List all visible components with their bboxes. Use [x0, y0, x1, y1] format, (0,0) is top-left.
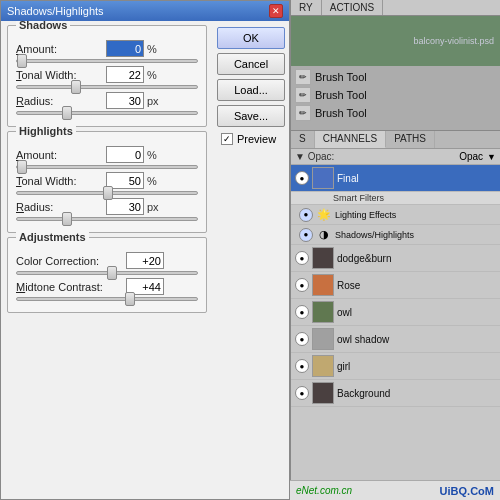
layer-name-owlshadow: owl shadow — [337, 334, 496, 345]
thumb-girl — [312, 355, 334, 377]
cancel-button[interactable]: Cancel — [217, 53, 285, 75]
shadows-amount-slider-row — [16, 59, 198, 63]
eye-dodgeburn[interactable]: ● — [295, 251, 309, 265]
shadows-highlights-dialog: Shadows/Highlights ✕ Shadows Amount: % — [0, 0, 290, 500]
brush-label-2: Brush Tool — [315, 89, 367, 101]
highlights-amount-slider[interactable] — [16, 165, 198, 169]
highlights-label: Highlights — [16, 125, 76, 137]
filter-name-shadows: Shadows/Highlights — [335, 230, 414, 240]
highlights-radius-row: Radius: px — [16, 198, 198, 215]
highlights-radius-input[interactable] — [106, 198, 144, 215]
layers-tabs: S CHANNELS PATHS — [291, 131, 500, 149]
eye-rose[interactable]: ● — [295, 278, 309, 292]
brush-icon-3: ✏ — [295, 105, 311, 121]
tools-panel: RY ACTIONS balcony-violinist.psd ✏ Brush… — [290, 0, 500, 130]
save-button[interactable]: Save... — [217, 105, 285, 127]
shadows-radius-input[interactable] — [106, 92, 144, 109]
dialog-title: Shadows/Highlights — [7, 5, 104, 17]
filter-lighting[interactable]: ● 🌟 Lighting Effects — [291, 205, 500, 225]
shadows-tonal-thumb[interactable] — [71, 80, 81, 94]
preview-row: ✓ Preview — [217, 131, 285, 147]
file-thumbnail: balcony-violinist.psd — [291, 16, 500, 66]
layer-dodgeburn[interactable]: ● dodge&burn — [291, 245, 500, 272]
highlights-tonal-slider-row — [16, 191, 198, 195]
eye-girl[interactable]: ● — [295, 359, 309, 373]
eye-shadows[interactable]: ● — [299, 228, 313, 242]
preview-label: Preview — [237, 133, 276, 145]
color-correction-label: Color Correction: — [16, 255, 126, 267]
layer-owl[interactable]: ● owl — [291, 299, 500, 326]
highlights-amount-slider-row — [16, 165, 198, 169]
shadows-radius-unit: px — [147, 95, 163, 107]
highlights-radius-slider-row — [16, 217, 198, 221]
eye-owlshadow[interactable]: ● — [295, 332, 309, 346]
brush-tool-3[interactable]: ✏ Brush Tool — [291, 104, 500, 122]
shadows-tonal-input[interactable] — [106, 66, 144, 83]
watermark-left: eNet.com.cn — [296, 485, 352, 496]
eye-lighting[interactable]: ● — [299, 208, 313, 222]
filter-shadows-highlights[interactable]: ● ◑ Shadows/Highlights — [291, 225, 500, 245]
tab-channels[interactable]: CHANNELS — [315, 131, 386, 148]
shadows-radius-label: Radius: — [16, 95, 106, 107]
shadows-amount-unit: % — [147, 43, 163, 55]
brush-tool-2[interactable]: ✏ Brush Tool — [291, 86, 500, 104]
shadows-tonal-slider[interactable] — [16, 85, 198, 89]
ok-button[interactable]: OK — [217, 27, 285, 49]
layer-name-rose: Rose — [337, 280, 496, 291]
dialog-buttons: OK Cancel Load... Save... ✓ Preview — [213, 21, 289, 499]
eye-background[interactable]: ● — [295, 386, 309, 400]
shadows-radius-slider[interactable] — [16, 111, 198, 115]
layer-final[interactable]: ● Final — [291, 165, 500, 192]
layer-name-girl: girl — [337, 361, 496, 372]
brush-tool-1[interactable]: ✏ Brush Tool — [291, 68, 500, 86]
smart-filters-label: Smart Filters — [291, 192, 500, 205]
shadows-tonal-row: Tonal Width: % — [16, 66, 198, 83]
shadows-amount-input[interactable] — [106, 40, 144, 57]
thumb-final — [312, 167, 334, 189]
layer-name-final: Final — [337, 173, 496, 184]
layer-owl-shadow[interactable]: ● owl shadow — [291, 326, 500, 353]
adjustments-section: Adjustments Color Correction: Midtone Co… — [7, 237, 207, 313]
shadows-amount-slider[interactable] — [16, 59, 198, 63]
shadows-radius-slider-row — [16, 111, 198, 115]
color-correction-slider[interactable] — [16, 271, 198, 275]
thumb-owl — [312, 301, 334, 323]
midtone-contrast-thumb[interactable] — [125, 292, 135, 306]
shadows-radius-thumb[interactable] — [62, 106, 72, 120]
eye-final[interactable]: ● — [295, 171, 309, 185]
dialog-sections: Shadows Amount: % Tonal Width: — [1, 21, 213, 499]
opacity-dropdown-arrow[interactable]: ▼ — [487, 152, 496, 162]
opacity-label: ▼ Opac: — [295, 151, 334, 162]
tab-paths[interactable]: PATHS — [386, 131, 435, 148]
close-button[interactable]: ✕ — [269, 4, 283, 18]
highlights-amount-input[interactable] — [106, 146, 144, 163]
layer-rose[interactable]: ● Rose — [291, 272, 500, 299]
layer-background[interactable]: ● Background — [291, 380, 500, 407]
highlights-tonal-slider[interactable] — [16, 191, 198, 195]
highlights-radius-thumb[interactable] — [62, 212, 72, 226]
color-correction-slider-row — [16, 271, 198, 275]
highlights-amount-thumb[interactable] — [17, 160, 27, 174]
highlights-radius-slider[interactable] — [16, 217, 198, 221]
highlights-amount-unit: % — [147, 149, 163, 161]
tab-ry[interactable]: RY — [291, 0, 322, 15]
preview-checkbox[interactable]: ✓ — [221, 133, 233, 145]
color-correction-thumb[interactable] — [107, 266, 117, 280]
layer-girl[interactable]: ● girl — [291, 353, 500, 380]
tab-actions[interactable]: ACTIONS — [322, 0, 383, 15]
tools-header: RY ACTIONS — [291, 0, 500, 16]
highlights-tonal-thumb[interactable] — [103, 186, 113, 200]
shadows-amount-thumb[interactable] — [17, 54, 27, 68]
load-button[interactable]: Load... — [217, 79, 285, 101]
brush-label-1: Brush Tool — [315, 71, 367, 83]
shadows-icon: ◑ — [316, 227, 332, 243]
midtone-contrast-slider[interactable] — [16, 297, 198, 301]
layer-name-owl: owl — [337, 307, 496, 318]
adjustments-label: Adjustments — [16, 231, 89, 243]
filename: balcony-violinist.psd — [413, 36, 494, 46]
main-container: Shadows/Highlights ✕ Shadows Amount: % — [0, 0, 500, 500]
shadows-label: Shadows — [16, 21, 70, 31]
eye-owl[interactable]: ● — [295, 305, 309, 319]
color-correction-input[interactable] — [126, 252, 164, 269]
tab-s[interactable]: S — [291, 131, 315, 148]
